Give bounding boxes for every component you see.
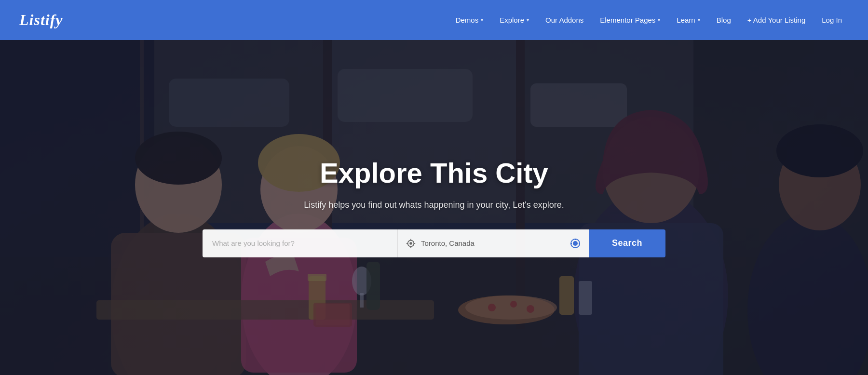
nav-menu: Demos ▾ Explore ▾ Our Addons Elementor P… <box>449 12 849 28</box>
svg-point-49 <box>573 241 577 245</box>
chevron-down-icon: ▾ <box>658 17 660 23</box>
add-listing-button[interactable]: + Add Your Listing <box>741 12 813 28</box>
search-location-wrapper <box>397 229 589 257</box>
nav-item-explore[interactable]: Explore ▾ <box>493 12 536 28</box>
search-keyword-input[interactable] <box>203 229 397 257</box>
search-button[interactable]: Search <box>589 229 665 257</box>
chevron-down-icon: ▾ <box>481 17 483 23</box>
nav-item-addons[interactable]: Our Addons <box>539 12 590 28</box>
nav-item-blog[interactable]: Blog <box>710 12 738 28</box>
hero-section: Explore This City Listify helps you find… <box>0 40 868 375</box>
chevron-down-icon: ▾ <box>527 17 529 23</box>
hero-subtitle: Listify helps you find out whats happeni… <box>304 200 564 210</box>
login-button[interactable]: Log In <box>815 12 849 28</box>
navbar: Listify Demos ▾ Explore ▾ Our Addons Ele… <box>0 0 868 40</box>
hero-content: Explore This City Listify helps you find… <box>0 158 868 257</box>
locate-me-icon[interactable] <box>570 238 581 249</box>
site-logo[interactable]: Listify <box>19 11 63 29</box>
nav-item-learn[interactable]: Learn ▾ <box>670 12 706 28</box>
location-crosshair-icon <box>406 238 416 249</box>
hero-search-bar: Search <box>203 229 665 257</box>
search-location-input[interactable] <box>421 239 565 247</box>
hero-title: Explore This City <box>320 158 548 188</box>
svg-point-47 <box>410 242 412 244</box>
nav-item-elementor[interactable]: Elementor Pages ▾ <box>593 12 667 28</box>
chevron-down-icon: ▾ <box>698 17 700 23</box>
nav-item-demos[interactable]: Demos ▾ <box>449 12 490 28</box>
